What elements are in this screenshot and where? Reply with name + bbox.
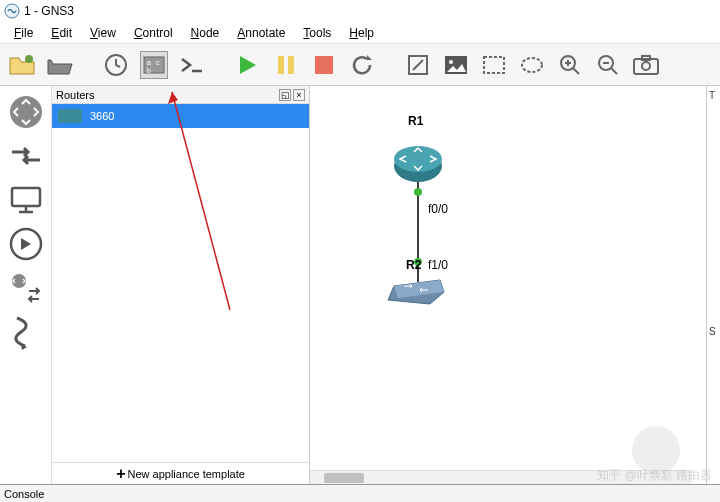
add-link-button[interactable] <box>6 312 46 352</box>
menu-annotate[interactable]: Annotate <box>229 24 293 42</box>
svg-rect-10 <box>315 56 333 74</box>
main-area: Routers ◱ × 3660 + New appliance templat… <box>0 86 720 484</box>
svg-line-17 <box>573 68 579 74</box>
devices-panel-title: Routers <box>56 89 95 101</box>
stop-all-button[interactable] <box>310 51 338 79</box>
svg-point-31 <box>12 274 26 288</box>
add-note-button[interactable] <box>404 51 432 79</box>
interface-f00-label[interactable]: f0/0 <box>428 202 448 216</box>
snapshot-button[interactable] <box>102 51 130 79</box>
window-title: 1 - GNS3 <box>24 4 74 18</box>
console-title: Console <box>4 488 44 500</box>
pause-all-button[interactable] <box>272 51 300 79</box>
screenshot-button[interactable] <box>632 51 660 79</box>
new-project-button[interactable] <box>8 51 36 79</box>
add-image-button[interactable] <box>442 51 470 79</box>
devices-panel: Routers ◱ × 3660 + New appliance templat… <box>52 86 310 484</box>
svg-text:a: a <box>147 59 151 66</box>
device-item-label: 3660 <box>90 110 114 122</box>
devices-list[interactable]: 3660 <box>52 104 309 462</box>
new-appliance-button[interactable]: + New appliance template <box>52 462 309 484</box>
svg-text:b: b <box>147 67 151 74</box>
node-r1 <box>394 146 442 182</box>
open-project-button[interactable] <box>46 51 74 79</box>
add-rectangle-button[interactable] <box>480 51 508 79</box>
zoom-out-button[interactable] <box>594 51 622 79</box>
menubar: File Edit View Control Node Annotate Too… <box>0 22 720 44</box>
svg-rect-8 <box>278 56 284 74</box>
menu-edit[interactable]: Edit <box>43 24 80 42</box>
interface-f10-label[interactable]: f1/0 <box>428 258 448 272</box>
switches-category-button[interactable] <box>6 136 46 176</box>
plus-icon: + <box>116 465 125 483</box>
svg-point-25 <box>642 62 650 70</box>
menu-view[interactable]: View <box>82 24 124 42</box>
menu-help[interactable]: Help <box>341 24 382 42</box>
new-appliance-label: New appliance template <box>127 468 244 480</box>
svg-line-21 <box>611 68 617 74</box>
svg-point-13 <box>449 60 453 64</box>
devices-panel-undock-button[interactable]: ◱ <box>279 89 291 101</box>
titlebar: 1 - GNS3 <box>0 0 720 22</box>
all-devices-category-button[interactable] <box>6 268 46 308</box>
zoom-in-button[interactable] <box>556 51 584 79</box>
node-r1-label[interactable]: R1 <box>408 114 423 128</box>
device-item-3660[interactable]: 3660 <box>52 104 309 128</box>
devices-panel-header: Routers ◱ × <box>52 86 309 104</box>
svg-point-15 <box>522 58 542 72</box>
svg-point-1 <box>25 55 33 63</box>
svg-rect-27 <box>12 188 40 206</box>
svg-point-33 <box>414 188 422 196</box>
horizontal-scrollbar[interactable] <box>310 470 692 484</box>
svg-rect-14 <box>484 57 504 73</box>
app-icon <box>4 3 20 19</box>
toolbar: acb <box>0 44 720 86</box>
menu-control[interactable]: Control <box>126 24 181 42</box>
device-category-toolbar <box>0 86 52 484</box>
node-r2 <box>388 280 444 304</box>
reload-all-button[interactable] <box>348 51 376 79</box>
menu-node[interactable]: Node <box>183 24 228 42</box>
right-panel: T S <box>706 86 720 484</box>
svg-text:c: c <box>156 59 160 66</box>
node-r2-label[interactable]: R2 <box>406 258 421 272</box>
end-devices-category-button[interactable] <box>6 180 46 220</box>
router-icon <box>58 109 82 123</box>
console-all-button[interactable] <box>178 51 206 79</box>
topology-canvas[interactable]: R1 f0/0 R2 f1/0 <box>310 86 706 484</box>
show-labels-button[interactable]: acb <box>140 51 168 79</box>
menu-file[interactable]: File <box>6 24 41 42</box>
add-ellipse-button[interactable] <box>518 51 546 79</box>
console-panel-header: Console <box>0 484 720 502</box>
right-tab-topology[interactable]: T <box>709 90 715 101</box>
security-devices-category-button[interactable] <box>6 224 46 264</box>
menu-tools[interactable]: Tools <box>295 24 339 42</box>
right-tab-servers[interactable]: S <box>709 326 716 337</box>
routers-category-button[interactable] <box>6 92 46 132</box>
svg-rect-9 <box>288 56 294 74</box>
devices-panel-close-button[interactable]: × <box>293 89 305 101</box>
start-all-button[interactable] <box>234 51 262 79</box>
